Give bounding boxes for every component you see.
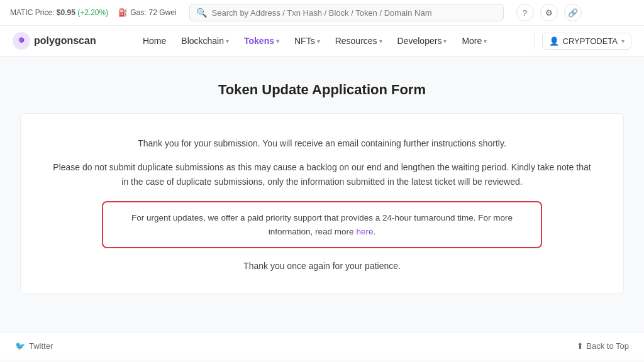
content-card: Thank you for your submission. You will … xyxy=(20,113,624,294)
highlight-link[interactable]: here xyxy=(356,227,373,236)
nav-resources[interactable]: Resources ▾ xyxy=(329,32,389,50)
navbar: polygonscan Home Blockchain ▾ Tokens ▾ N… xyxy=(0,26,644,57)
search-input[interactable] xyxy=(212,8,497,18)
nav-nfts-label: NFTs xyxy=(294,36,315,46)
highlight-box: For urgent updates, we offer a paid prio… xyxy=(102,201,542,248)
nav-resources-label: Resources xyxy=(335,36,377,46)
nav-blockchain[interactable]: Blockchain ▾ xyxy=(175,32,235,50)
logo-text: polygonscan xyxy=(34,35,96,47)
main-content: Token Update Application Form Thank you … xyxy=(8,57,636,332)
topbar-left: MATIC Price: $0.95 (+2.20%) ⛽ Gas: 72 Gw… xyxy=(10,8,177,17)
search-icon: 🔍 xyxy=(196,8,207,18)
nav-resources-chevron: ▾ xyxy=(379,38,382,45)
user-label: CRYPTODETA xyxy=(563,36,618,46)
nav-developers-label: Developers xyxy=(397,36,442,46)
user-chevron: ▾ xyxy=(621,38,625,45)
topbar: MATIC Price: $0.95 (+2.20%) ⛽ Gas: 72 Gw… xyxy=(0,0,644,26)
nav-blockchain-chevron: ▾ xyxy=(226,38,229,45)
footer: 🐦 Twitter ⬆ Back to Top xyxy=(0,332,644,359)
nav-tokens-chevron: ▾ xyxy=(276,38,279,45)
logo-icon xyxy=(13,32,30,50)
gas-icon: ⛽ xyxy=(118,8,128,17)
nav-more-label: More xyxy=(462,36,482,46)
topbar-icons: ? ⚙ 🔗 xyxy=(516,4,582,21)
page-title: Token Update Application Form xyxy=(20,82,624,98)
user-button[interactable]: 👤 CRYPTODETA ▾ xyxy=(542,33,631,50)
nav-links: Home Blockchain ▾ Tokens ▾ NFTs ▾ Resour… xyxy=(111,32,519,50)
nav-home[interactable]: Home xyxy=(136,32,172,50)
matic-price: MATIC Price: $0.95 (+2.20%) xyxy=(10,8,108,17)
matic-change: (+2.20%) xyxy=(77,8,108,17)
connect-button[interactable]: 🔗 xyxy=(564,4,582,21)
nav-nfts[interactable]: NFTs ▾ xyxy=(288,32,326,50)
nav-right: 👤 CRYPTODETA ▾ xyxy=(534,33,631,50)
nav-blockchain-label: Blockchain xyxy=(181,36,224,46)
question-button[interactable]: ? xyxy=(516,4,534,21)
search-bar[interactable]: 🔍 xyxy=(189,4,504,21)
highlight-text: For urgent updates, we offer a paid prio… xyxy=(131,213,513,236)
back-to-top-button[interactable]: ⬆ Back to Top xyxy=(577,341,629,351)
nav-developers[interactable]: Developers ▾ xyxy=(391,32,453,50)
thank-you-text: Thank you once again for your patience. xyxy=(51,261,593,271)
twitter-label: Twitter xyxy=(29,341,53,351)
nav-more[interactable]: More ▾ xyxy=(455,32,493,50)
back-top-icon: ⬆ xyxy=(577,341,584,351)
nav-nfts-chevron: ▾ xyxy=(317,38,320,45)
twitter-link[interactable]: 🐦 Twitter xyxy=(15,341,53,351)
nav-more-chevron: ▾ xyxy=(484,38,487,45)
matic-label: MATIC Price: xyxy=(10,8,54,17)
nav-tokens-label: Tokens xyxy=(244,36,274,46)
settings-button[interactable]: ⚙ xyxy=(540,4,558,21)
logo[interactable]: polygonscan xyxy=(13,32,96,50)
duplicate-text: Please do not submit duplicate submissio… xyxy=(51,160,593,189)
nav-home-label: Home xyxy=(143,36,166,46)
matic-price-value: $0.95 xyxy=(57,8,75,17)
gas-label: Gas: xyxy=(130,8,146,17)
gas-info: ⛽ Gas: 72 Gwei xyxy=(118,8,176,17)
user-icon: 👤 xyxy=(549,36,559,46)
nav-developers-chevron: ▾ xyxy=(443,38,447,45)
gas-value: 72 Gwei xyxy=(149,8,177,17)
twitter-icon: 🐦 xyxy=(15,341,25,351)
back-top-label: Back to Top xyxy=(586,341,629,351)
submission-text: Thank you for your submission. You will … xyxy=(51,136,593,150)
nav-tokens[interactable]: Tokens ▾ xyxy=(238,32,286,50)
